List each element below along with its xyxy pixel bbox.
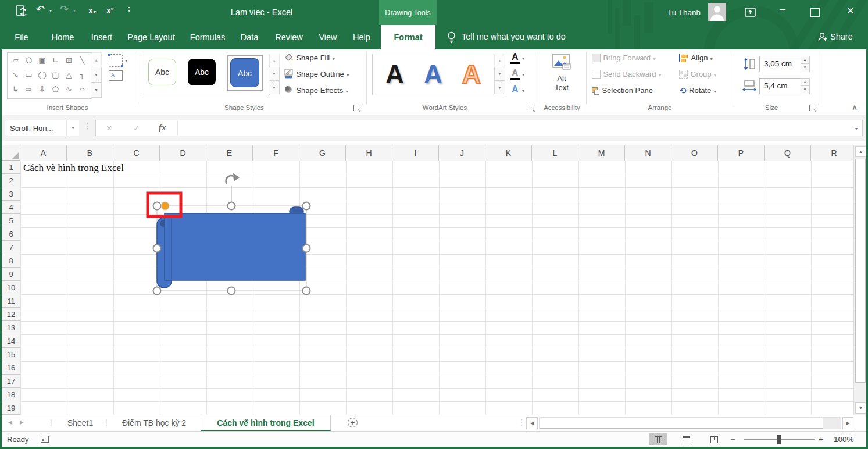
column-header[interactable]: O <box>671 145 718 161</box>
redo-dropdown[interactable]: ▾ <box>73 8 76 13</box>
row-header[interactable]: 15 <box>2 348 20 361</box>
user-name[interactable]: Tu Thanh <box>657 8 701 17</box>
row-header[interactable]: 13 <box>2 321 20 334</box>
tab-file[interactable]: File <box>5 25 38 49</box>
sheet-tab-active[interactable]: Cách vẽ hình trong Excel <box>201 415 331 432</box>
share-button[interactable]: Share <box>830 32 853 41</box>
row-header[interactable]: 14 <box>2 334 20 348</box>
undo-dropdown[interactable]: ▾ <box>49 8 52 13</box>
row-header[interactable]: 4 <box>2 201 20 214</box>
minimize-button[interactable]: ─ <box>774 5 791 14</box>
zoom-in-button[interactable]: + <box>819 434 824 444</box>
rounded-rectangle-shape-icon[interactable]: ▢ <box>49 67 62 82</box>
scroll-shape-icon[interactable]: ▱ <box>9 53 22 67</box>
tab-view[interactable]: View <box>313 25 343 49</box>
maximize-button[interactable] <box>810 8 820 17</box>
row-header[interactable]: 18 <box>2 388 20 401</box>
wordart-dialog-launcher[interactable]: ↘ <box>528 105 534 111</box>
rotation-handle[interactable] <box>226 173 240 184</box>
view-page-break-button[interactable] <box>705 433 723 445</box>
cell-a1-text[interactable]: Cách vẽ hình trong Excel <box>23 162 124 174</box>
column-header[interactable]: Q <box>765 145 811 161</box>
column-header[interactable]: J <box>439 145 485 161</box>
rotate-button[interactable]: ⟲ Rotate ▾ <box>679 85 716 98</box>
right-arrow-shape-icon[interactable]: ⇨ <box>22 82 35 97</box>
arrow-shape-icon[interactable]: ↘ <box>9 67 22 82</box>
row-header[interactable]: 17 <box>2 375 20 388</box>
scribble-shape-icon[interactable]: ∿ <box>62 82 76 97</box>
row-header[interactable]: 8 <box>2 254 20 268</box>
hscroll-left-button[interactable]: ◀ <box>526 417 538 429</box>
bring-forward-button[interactable]: Bring Forward ▾ <box>592 52 656 65</box>
rectangle-shape-icon[interactable]: ▭ <box>22 67 35 82</box>
triangle-shape-icon[interactable]: △ <box>62 67 76 82</box>
select-all-corner[interactable] <box>2 145 20 161</box>
hexagon-shape-icon[interactable]: ⬡ <box>22 53 35 67</box>
column-header[interactable]: M <box>578 145 625 161</box>
name-box-dropdown[interactable]: ▾ <box>66 120 79 136</box>
shape-styles-scroll-up[interactable]: ▲ <box>269 54 280 67</box>
zoom-out-button[interactable]: − <box>730 434 735 444</box>
column-header[interactable]: G <box>299 145 346 161</box>
column-header[interactable]: D <box>160 145 206 161</box>
row-header[interactable]: 11 <box>2 294 20 308</box>
row-header[interactable]: 19 <box>2 401 20 415</box>
subscript-button[interactable]: x₂ <box>88 6 97 15</box>
column-header[interactable]: N <box>625 145 671 161</box>
qat-customize-button[interactable]: ▾ <box>128 7 130 13</box>
gallery-scroll-up[interactable]: ▲ <box>91 52 102 67</box>
row-header[interactable]: 3 <box>2 187 20 201</box>
formula-bar-grip[interactable]: ⋮ <box>84 121 92 130</box>
close-button[interactable]: × <box>842 3 859 17</box>
column-header[interactable]: I <box>392 145 439 161</box>
avatar[interactable] <box>708 3 726 21</box>
column-header[interactable]: K <box>485 145 532 161</box>
macro-record-icon[interactable] <box>41 436 49 443</box>
elbow-connector-shape-icon[interactable]: ┐ <box>76 67 89 82</box>
shape-effects-button[interactable]: Shape Effects ▾ <box>284 85 348 98</box>
shape-height-field[interactable]: 3,05 cm <box>759 56 801 72</box>
row-header[interactable]: 16 <box>2 361 20 375</box>
wordart-more-button[interactable]: ▼ <box>494 81 505 94</box>
shape-height-stepper[interactable]: ▲▼ <box>801 56 810 72</box>
shape-style-preview-3-selected[interactable]: Abc <box>230 58 259 87</box>
column-header[interactable]: P <box>718 145 765 161</box>
send-backward-button[interactable]: Send Backward ▾ <box>592 69 661 81</box>
insert-function-button[interactable]: fx <box>159 123 166 133</box>
shape-styles-more-button[interactable]: ▼ <box>269 81 280 94</box>
wordart-style-black[interactable]: A <box>376 54 414 95</box>
corner-shape-icon[interactable]: ∟ <box>49 53 62 67</box>
column-header[interactable]: H <box>346 145 392 161</box>
column-header[interactable]: R <box>811 145 853 161</box>
vertical-scrollbar[interactable]: ▲ ▼ <box>853 145 867 415</box>
row-header[interactable]: 10 <box>2 281 20 294</box>
redo-button[interactable]: ↷ <box>60 4 69 15</box>
selection-pane-button[interactable]: Selection Pane <box>592 85 653 98</box>
new-sheet-button[interactable]: + <box>348 418 358 427</box>
line-shape-icon[interactable]: ╲ <box>76 53 89 67</box>
wordart-scroll-down[interactable]: ▼ <box>494 67 505 81</box>
view-normal-button[interactable] <box>649 433 667 445</box>
vertical-scroll-thumb[interactable] <box>855 159 866 383</box>
wordart-style-blue[interactable]: A <box>414 54 452 95</box>
size-dialog-launcher[interactable]: ↘ <box>809 105 816 111</box>
shape-fill-button[interactable]: Shape Fill ▾ <box>284 52 335 65</box>
row-header[interactable]: 2 <box>2 174 20 187</box>
sheet-nav-right[interactable]: ▶ <box>20 419 24 425</box>
tab-home[interactable]: Home <box>44 25 81 49</box>
cancel-button[interactable]: × <box>106 123 112 134</box>
shape-styles-scroll-down[interactable]: ▼ <box>269 67 280 81</box>
tab-help[interactable]: Help <box>347 25 377 49</box>
column-header[interactable]: F <box>253 145 299 161</box>
tab-page-layout[interactable]: Page Layout <box>122 25 180 49</box>
row-header[interactable]: 1 <box>2 161 20 174</box>
hscroll-right-button[interactable]: ▶ <box>842 417 853 429</box>
text-outline-button[interactable]: A ▾ <box>510 68 530 82</box>
row-header[interactable]: 6 <box>2 227 20 241</box>
wordart-scroll-up[interactable]: ▲ <box>494 54 505 67</box>
oval-shape-icon[interactable]: ◯ <box>35 67 49 82</box>
tab-formulas[interactable]: Formulas <box>185 25 230 49</box>
shape-style-preview-2[interactable]: Abc <box>188 59 216 85</box>
shape-outline-button[interactable]: Shape Outline ▾ <box>284 69 349 81</box>
arc-shape-icon[interactable]: ⌒ <box>76 82 89 97</box>
